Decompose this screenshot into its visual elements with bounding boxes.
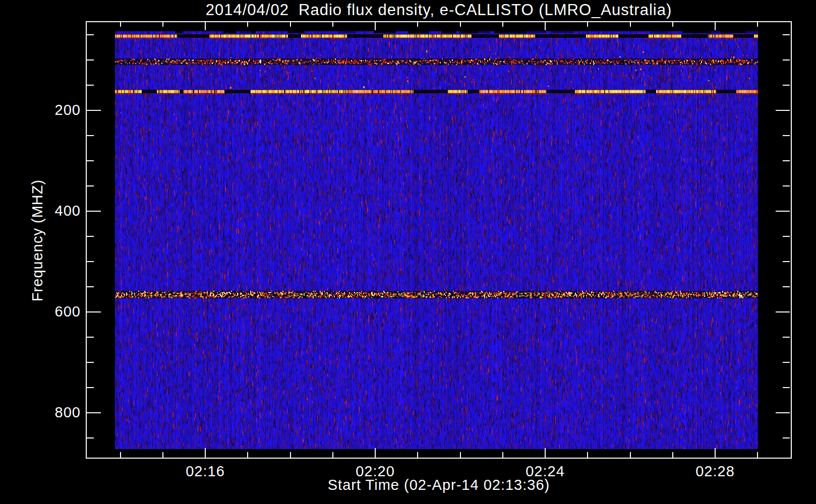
plot-frame	[86, 21, 792, 459]
x-axis-minor-tick	[290, 22, 291, 27]
y-axis-minor-tick	[783, 337, 790, 338]
x-axis-minor-tick	[630, 452, 631, 458]
spectrogram-figure: 2014/04/02 Radio flux density, e-CALLIST…	[0, 0, 816, 504]
y-tick-label: 800	[14, 404, 81, 421]
x-axis-minor-tick	[502, 22, 503, 27]
y-axis-minor-tick	[783, 34, 790, 35]
x-axis-minor-tick	[417, 22, 418, 27]
y-axis-minor-tick	[87, 387, 94, 388]
y-axis-minor-tick	[783, 286, 790, 287]
x-axis-minor-tick	[290, 452, 291, 458]
y-axis-minor-tick	[783, 85, 790, 86]
y-axis-minor-tick	[87, 236, 94, 237]
y-axis-minor-tick	[87, 34, 94, 35]
x-axis-major-tick	[715, 448, 716, 458]
y-axis-minor-tick	[783, 59, 790, 60]
y-axis-minor-tick	[87, 337, 94, 338]
x-axis-minor-tick	[332, 22, 333, 27]
x-tick-label: 02:24	[502, 463, 588, 480]
y-axis-minor-tick	[783, 135, 790, 136]
y-axis-minor-tick	[783, 261, 790, 262]
y-axis-minor-tick	[87, 286, 94, 287]
x-axis-minor-tick	[502, 452, 503, 458]
x-axis-minor-tick	[162, 452, 163, 458]
y-axis-major-tick	[87, 211, 101, 212]
x-axis-major-tick	[205, 448, 206, 458]
y-axis-major-tick	[776, 311, 790, 312]
y-axis-minor-tick	[783, 160, 790, 161]
y-axis-minor-tick	[87, 437, 94, 438]
x-axis-major-tick	[375, 448, 376, 458]
x-axis-minor-tick	[120, 452, 121, 458]
y-tick-label: 200	[14, 102, 81, 118]
x-axis-minor-tick	[332, 452, 333, 458]
y-axis-title: Frequency (MHZ)	[29, 179, 46, 301]
x-axis-minor-tick	[460, 452, 461, 458]
x-axis-major-tick	[205, 22, 206, 30]
x-axis-major-tick	[545, 448, 546, 458]
y-axis-minor-tick	[783, 437, 790, 438]
x-axis-minor-tick	[460, 22, 461, 27]
y-axis-major-tick	[87, 110, 101, 111]
x-axis-minor-tick	[247, 452, 248, 458]
y-axis-minor-tick	[87, 362, 94, 363]
x-axis-minor-tick	[247, 22, 248, 27]
y-axis-minor-tick	[87, 59, 94, 60]
y-axis-minor-tick	[87, 185, 94, 186]
y-axis-major-tick	[87, 412, 101, 413]
x-axis-minor-tick	[587, 22, 588, 27]
x-axis-minor-tick	[672, 22, 673, 27]
x-axis-minor-tick	[630, 22, 631, 27]
chart-title: 2014/04/02 Radio flux density, e-CALLIST…	[86, 1, 791, 19]
x-axis-major-tick	[375, 22, 376, 30]
x-axis-major-tick	[715, 22, 716, 30]
y-axis-minor-tick	[783, 362, 790, 363]
x-axis-minor-tick	[757, 452, 758, 458]
x-tick-label: 02:20	[332, 463, 418, 480]
y-tick-label: 400	[14, 203, 81, 219]
y-axis-minor-tick	[783, 387, 790, 388]
x-axis-major-tick	[545, 22, 546, 30]
x-axis-minor-tick	[757, 22, 758, 27]
y-axis-minor-tick	[87, 85, 94, 86]
y-axis-major-tick	[776, 211, 790, 212]
x-axis-minor-tick	[120, 22, 121, 27]
y-axis-minor-tick	[87, 261, 94, 262]
x-axis-minor-tick	[587, 452, 588, 458]
x-axis-minor-tick	[672, 452, 673, 458]
y-axis-major-tick	[776, 412, 790, 413]
y-tick-label: 600	[14, 303, 81, 320]
y-axis-minor-tick	[783, 236, 790, 237]
y-axis-minor-tick	[783, 185, 790, 186]
x-tick-label: 02:16	[162, 463, 248, 480]
y-axis-major-tick	[776, 110, 790, 111]
y-axis-minor-tick	[87, 160, 94, 161]
y-axis-major-tick	[87, 311, 101, 312]
x-tick-label: 02:28	[672, 463, 758, 480]
y-axis-minor-tick	[87, 135, 94, 136]
x-axis-minor-tick	[162, 22, 163, 27]
x-axis-minor-tick	[417, 452, 418, 458]
